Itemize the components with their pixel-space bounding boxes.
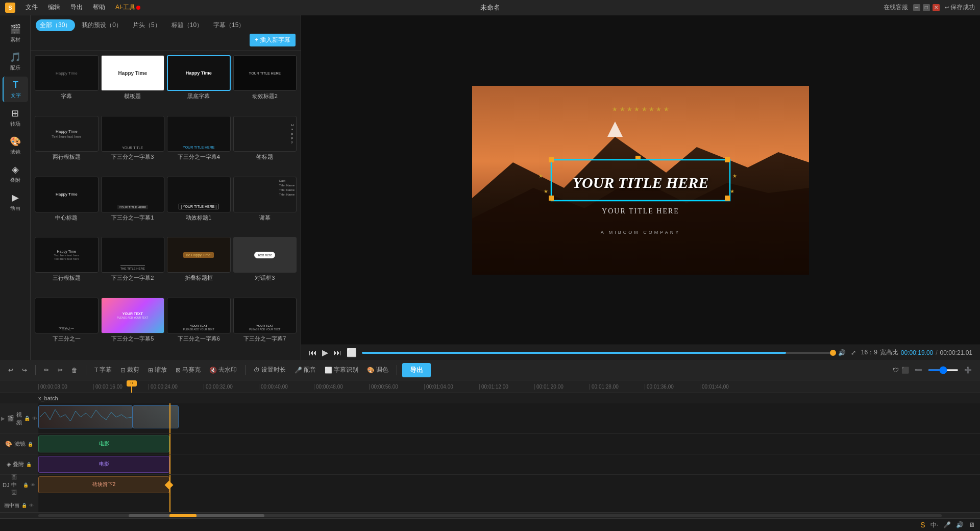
zoom-out-button[interactable]: ➖ (912, 365, 925, 376)
track-content-video[interactable] (38, 403, 980, 433)
template-item[interactable]: Happy Time Text here text here 两行模板题 (35, 116, 99, 174)
lock-icon: 🔒 (21, 503, 27, 508)
ruler-mark: 00:01:28.00 (590, 384, 645, 390)
tab-preset[interactable]: 我的预设（0） (78, 19, 126, 31)
tab-all[interactable]: 全部（30） (36, 19, 75, 31)
video-clip-2[interactable] (133, 405, 179, 428)
template-item[interactable]: Happy 签标题 (233, 116, 297, 174)
template-item[interactable]: THE TITLE HERE 下三分之一字幕2 (101, 237, 165, 295)
tab-title[interactable]: 标题（10） (167, 19, 207, 31)
menu-edit[interactable]: 编辑 (43, 0, 65, 15)
text-tool-button[interactable]: T 字幕 (91, 364, 115, 376)
step-back-btn[interactable]: ⏮ (309, 348, 317, 357)
scale-button[interactable]: ⊞ 缩放 (145, 364, 170, 376)
minimize-btn[interactable]: ─ (913, 4, 920, 11)
track-content-addon[interactable]: 电影 (38, 454, 980, 474)
step-forward-btn[interactable]: ⏭ (333, 348, 341, 357)
playhead (131, 380, 132, 393)
template-item[interactable]: YOUR TEXT PLEASE ADD YOUR TEXT 下三分之一字幕7 (233, 298, 297, 356)
template-item[interactable]: YOUR TITLE 下三分之一字幕3 (101, 116, 165, 174)
tab-subtitle[interactable]: 字幕（15） (209, 19, 249, 31)
transition-clip[interactable]: 砖块滑下2 (38, 476, 169, 493)
menu-right: 在线客服 ─ □ ✕ ↩ 保存成功 (884, 3, 975, 12)
video-clip-1[interactable] (38, 405, 133, 428)
shield-icon: 🛡 (893, 367, 899, 374)
fullscreen-btn[interactable]: ⬜ (347, 348, 357, 357)
undo-button[interactable]: ↩ (5, 365, 16, 376)
template-item[interactable]: YOUR TEXT PLEASE ADD YOUR TEXT 下三分之一字幕6 (167, 298, 231, 356)
template-item[interactable]: YOUR TITLE HERE 下三分之一字幕4 (167, 116, 231, 174)
track-addon: ◈ 叠附 🔒 电影 (0, 454, 980, 475)
delete-button[interactable]: 🗑 (68, 365, 81, 376)
menu-ai[interactable]: AI·工具 (110, 0, 145, 15)
template-item[interactable]: | YOUR TITLE HERE | 动效标题1 (167, 177, 231, 235)
track-label-filter: 🎨 滤镜 🔒 (0, 434, 38, 454)
track-content-text1[interactable] (38, 495, 980, 512)
fullscreen-icon[interactable]: ⤢ (851, 349, 856, 356)
template-grid: Happy Time 字幕 Happy Time 模板题 Happy Time … (31, 51, 301, 360)
template-item[interactable]: Happy Time 黑底字幕 (167, 55, 231, 113)
zoom-slider[interactable] (928, 369, 959, 371)
zoom-in-button[interactable]: ➕ (961, 365, 975, 376)
main-area: 🎬 素材 🎵 配乐 T 文字 ⊞ 转场 🎨 滤镜 ◈ 叠附 ▶ 动画 (0, 15, 980, 360)
template-item[interactable]: Happy Time 模板题 (101, 55, 165, 113)
sidebar-item-label: 文字 (11, 92, 21, 99)
menu-help[interactable]: 帮助 (88, 0, 110, 15)
ruler-mark: 00:01:36.00 (645, 384, 700, 390)
sidebar-item-music[interactable]: 🎵 配乐 (3, 49, 28, 74)
template-name: 模板题 (124, 92, 141, 100)
decolor-button[interactable]: 🎨 调色 (364, 364, 391, 376)
text1-icon: 画中画 (4, 502, 19, 509)
template-item[interactable]: CastTitle: NameTitle: NameTitle: Name 谢幕 (233, 177, 297, 235)
audio-button[interactable]: 🔇 去水印 (206, 364, 240, 376)
mosaic-button[interactable]: ⊠ 马赛克 (173, 364, 204, 376)
template-name: 折叠标题框 (185, 274, 213, 282)
voiceover-button[interactable]: 🎤 配音 (291, 364, 319, 376)
ruler-mark: 00:00:24.00 (149, 384, 204, 390)
track-label-transition: DJ 画中画 🔒 👁 (0, 475, 38, 495)
scrollbar-thumb[interactable] (129, 514, 264, 517)
scrollbar-track[interactable] (38, 514, 942, 517)
template-item[interactable]: Happy Time Text here text here Text here… (35, 237, 99, 295)
template-item[interactable]: YOUR TITLE HERE 动效标题2 (233, 55, 297, 113)
track-content-transition[interactable]: 砖块滑下2 (38, 475, 980, 495)
track-content-filter[interactable]: 电影 (38, 434, 980, 454)
close-btn[interactable]: ✕ (933, 4, 940, 11)
template-item[interactable]: YOUR TEXT PLEASE ADD YOUR TEXT 下三分之一字幕5 (101, 298, 165, 356)
sidebar-item-filter[interactable]: 🎨 滤镜 (3, 133, 28, 158)
addon-clip[interactable]: 电影 (38, 456, 169, 473)
sidebar-item-media[interactable]: 🎬 素材 (3, 20, 28, 46)
cut-button[interactable]: ✂ (55, 365, 66, 376)
collapse-btn[interactable]: ▶ (1, 416, 5, 421)
tab-clip[interactable]: 片头（5） (129, 19, 165, 31)
sidebar-item-label: 滤镜 (10, 149, 20, 156)
template-item[interactable]: YOUR TITLE HERE 下三分之一字幕1 (101, 177, 165, 235)
maximize-btn[interactable]: □ (923, 4, 930, 11)
filter-clip[interactable]: 电影 (38, 436, 169, 452)
addon-icon: ◈ (12, 164, 19, 175)
template-item[interactable]: Be Happy Time! 折叠标题框 (167, 237, 231, 295)
duration-button[interactable]: ⏱ 设置时长 (251, 364, 289, 376)
export-button[interactable]: 导出 (402, 363, 431, 377)
progress-bar[interactable] (362, 352, 833, 354)
media-panel: 全部（30） 我的预设（0） 片头（5） 标题（10） 字幕（15） + 插入新… (31, 15, 301, 360)
sidebar-item-text[interactable]: T 文字 (3, 77, 28, 102)
pen-button[interactable]: ✏ (41, 365, 52, 376)
volume-icon[interactable]: 🔊 (838, 349, 846, 356)
sidebar-item-animation[interactable]: ▶ 动画 (3, 189, 28, 214)
template-item[interactable]: Text here 对话框3 (233, 237, 297, 295)
sidebar-item-transition[interactable]: ⊞ 转场 (3, 105, 28, 130)
template-item[interactable]: 下三分之一 下三分之一 (35, 298, 99, 356)
redo-button[interactable]: ↪ (19, 365, 30, 376)
crop-button[interactable]: ⊡ 裁剪 (117, 364, 142, 376)
play-btn[interactable]: ▶ (322, 348, 328, 357)
insert-subtitle-button[interactable]: + 插入新字幕 (250, 34, 296, 46)
subtitle-rec-button[interactable]: ⬜ 字幕识别 (322, 364, 361, 376)
menu-file[interactable]: 文件 (20, 0, 43, 15)
template-item[interactable]: Happy Time 中心标题 (35, 177, 99, 235)
svg-text:YOUR TITLE HERE: YOUR TITLE HERE (573, 174, 709, 191)
sidebar-item-addon[interactable]: ◈ 叠附 (3, 161, 28, 186)
template-item[interactable]: Happy Time 字幕 (35, 55, 99, 113)
menu-export[interactable]: 导出 (65, 0, 88, 15)
online-service[interactable]: 在线客服 (884, 3, 908, 12)
